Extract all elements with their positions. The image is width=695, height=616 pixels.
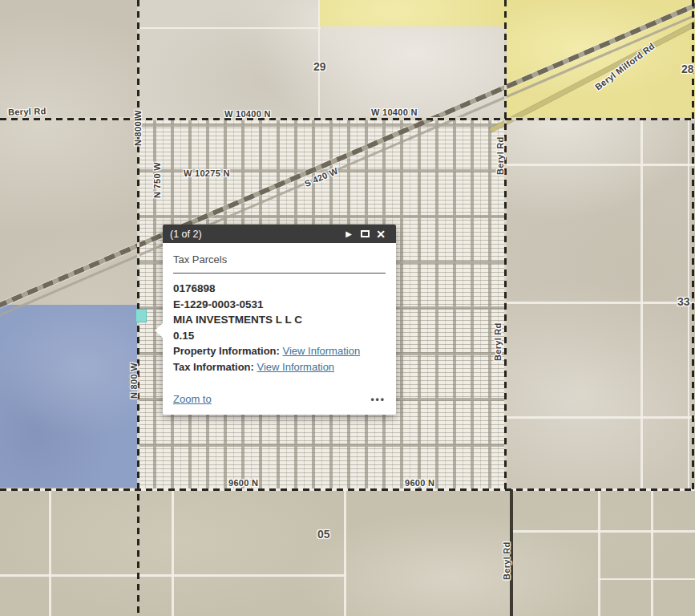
parcel-id: E-1229-0003-0531 <box>173 297 386 313</box>
road-label-w10400n-east: W 10400 N <box>371 107 418 117</box>
road-label-9600n-west: 9600 N <box>228 478 258 488</box>
zoom-to-link[interactable]: Zoom to <box>173 393 212 405</box>
parcel-overlay-blue-west <box>0 305 138 488</box>
gridline <box>49 489 51 616</box>
section-label-28: 28 <box>681 63 694 75</box>
gridline <box>505 302 695 304</box>
gridline <box>598 489 600 616</box>
road-label-beryl-rd-west: Beryl Rd <box>8 106 46 117</box>
boundary-dashed-n800w <box>137 0 139 616</box>
gridline <box>138 27 321 29</box>
gridline <box>505 416 695 419</box>
map-canvas[interactable]: 29 W 10400 N W 10400 N Beryl Rd Beryl Mi… <box>0 0 695 616</box>
tax-information-row: Tax Information: View Information <box>173 359 386 375</box>
road-label-w10400n-west: W 10400 N <box>224 109 271 119</box>
parcel-overlay-yellow-top <box>319 0 505 26</box>
property-information-link[interactable]: View Information <box>283 345 361 357</box>
road-label-w10275n: W 10275 N <box>184 168 230 178</box>
gridline <box>172 489 174 616</box>
section-label-05: 05 <box>317 528 330 541</box>
play-icon: ▶ <box>345 230 352 238</box>
tax-information-label: Tax Information: <box>173 361 254 373</box>
parcel-fields: 0176898 E-1229-0003-0531 MIA INVESTMENTS… <box>173 281 386 343</box>
property-information-row: Property Information: View Information <box>173 343 386 359</box>
gridline <box>598 578 695 580</box>
popup-pager: (1 of 2) <box>170 229 341 240</box>
road-label-n750w: N 750 W <box>152 162 162 198</box>
gridline <box>513 530 695 533</box>
parcel-owner: MIA INVESTMENTS L L C <box>173 312 386 328</box>
road-label-n800w-north: N 800 W <box>133 110 143 146</box>
popup-leader-arrow <box>155 323 163 338</box>
selected-parcel-highlight <box>135 309 147 322</box>
popup-header: (1 of 2) ▶ ✕ <box>163 225 396 243</box>
road-label-beryl-rd-east-mid: Beryl Rd <box>493 322 503 361</box>
dock-icon <box>361 230 370 237</box>
road-label-n800w-south: N 800 W <box>129 363 139 399</box>
gridline <box>505 164 695 166</box>
popup-title: Tax Parcels <box>173 251 386 274</box>
tax-information-link[interactable]: View Information <box>257 361 335 373</box>
gridline <box>318 0 320 119</box>
boundary-dashed-yellow-bottom <box>505 118 695 120</box>
popup-menu-button[interactable]: ••• <box>370 394 386 405</box>
gridline <box>651 489 653 616</box>
section-label-29: 29 <box>313 60 326 73</box>
aerial-region-south <box>0 489 695 616</box>
road-label-beryl-rd-south: Beryl Rd <box>502 541 511 580</box>
road-label-9600n-east: 9600 N <box>405 478 434 488</box>
feature-popup: (1 of 2) ▶ ✕ Tax Parcels 0176898 E-1229-… <box>163 225 396 415</box>
boundary-dashed-9600n <box>0 488 695 491</box>
popup-next-feature-button[interactable]: ▶ <box>341 225 357 243</box>
gridline <box>344 489 346 616</box>
parcel-acreage: 0.15 <box>173 328 386 344</box>
popup-footer: Zoom to ••• <box>173 393 386 405</box>
parcel-account-number: 0176898 <box>173 281 386 297</box>
road-label-beryl-rd-east-north: Beryl Rd <box>495 136 505 175</box>
popup-body: Tax Parcels 0176898 E-1229-0003-0531 MIA… <box>163 243 396 415</box>
gridline <box>0 574 346 577</box>
boundary-dashed-beryl-east <box>504 0 507 489</box>
gridline <box>640 120 643 489</box>
close-icon: ✕ <box>376 229 386 240</box>
popup-dock-button[interactable] <box>357 225 373 243</box>
section-label-33: 33 <box>677 295 690 308</box>
property-information-label: Property Information: <box>173 345 280 357</box>
popup-close-button[interactable]: ✕ <box>373 225 389 243</box>
